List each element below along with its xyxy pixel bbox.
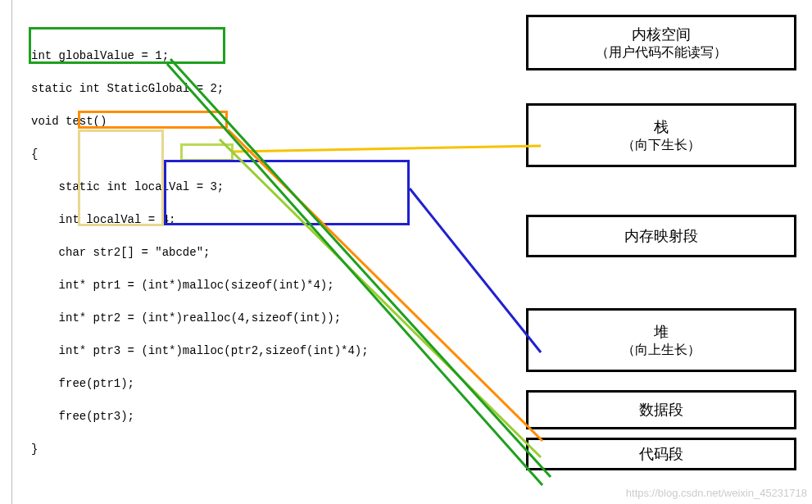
memory-layout-diagram: 内核空间 （用户代码不能读写） 栈 （向下生长） 内存映射段 堆 （向上生长） … xyxy=(526,15,796,470)
code-line: static int StaticGlobal = 2; xyxy=(31,80,369,97)
code-line: free(ptr3); xyxy=(31,408,369,425)
mem-heap-title: 堆 xyxy=(654,322,669,342)
line-heap xyxy=(410,188,541,352)
code-line: char str2[] = "abcde"; xyxy=(31,244,369,261)
code-line: int* ptr1 = (int*)malloc(sizeof(int)*4); xyxy=(31,277,369,293)
mem-data: 数据段 xyxy=(526,390,796,429)
code-line: free(ptr1); xyxy=(31,375,369,392)
mem-heap: 堆 （向上生长） xyxy=(526,308,796,372)
mem-code-title: 代码段 xyxy=(639,444,683,464)
mem-mmap: 内存映射段 xyxy=(526,215,796,257)
code-block: int globalValue = 1; static int StaticGl… xyxy=(31,31,369,474)
highlight-local-vars xyxy=(78,129,164,226)
highlight-heap-alloc xyxy=(164,160,410,225)
mem-kernel-sub: （用户代码不能读写） xyxy=(596,44,727,61)
code-line: int* ptr3 = (int*)malloc(ptr2,sizeof(int… xyxy=(31,343,369,359)
code-line: } xyxy=(31,441,369,457)
mem-kernel: 内核空间 （用户代码不能读写） xyxy=(526,15,796,70)
mem-stack-sub: （向下生长） xyxy=(622,137,701,154)
mem-stack-title: 栈 xyxy=(654,117,669,137)
mem-data-title: 数据段 xyxy=(639,400,683,420)
highlight-global-vars xyxy=(29,27,225,64)
mem-heap-sub: （向上生长） xyxy=(622,342,701,359)
highlight-string-literal xyxy=(180,143,234,161)
mem-mmap-title: 内存映射段 xyxy=(624,226,698,246)
mem-stack: 栈 （向下生长） xyxy=(526,103,796,167)
watermark-text: https://blog.csdn.net/weixin_45231718 xyxy=(626,487,807,499)
mem-kernel-title: 内核空间 xyxy=(632,25,691,44)
left-margin-rule xyxy=(11,0,12,504)
code-line: int* ptr2 = (int*)realloc(4,sizeof(int))… xyxy=(31,310,369,326)
highlight-static-local xyxy=(78,111,228,129)
mem-code: 代码段 xyxy=(526,438,796,470)
